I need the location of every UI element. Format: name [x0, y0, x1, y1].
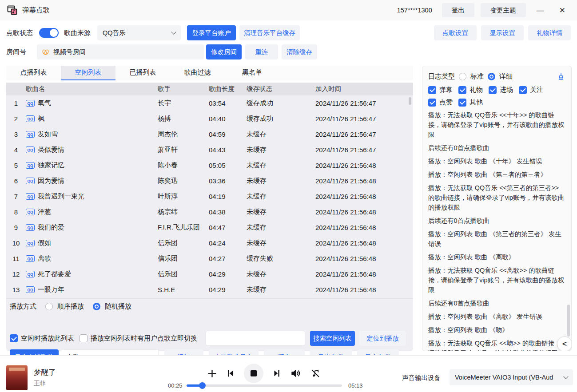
- progress-track[interactable]: [187, 384, 342, 387]
- table-row[interactable]: 11 QQ 离歌 信乐团 04:27 缓存失败 2024/11/26 21:56…: [6, 251, 413, 266]
- filter-checkbox[interactable]: [428, 86, 436, 94]
- tab-空闲列表[interactable]: 空闲列表: [61, 66, 115, 80]
- play-mode-label: 播放方式: [10, 302, 36, 311]
- table-row[interactable]: 6 QQ 因为爱情 陈奕迅 03:36 未缓存 2024/11/26 21:56…: [6, 173, 413, 189]
- modify-room-button[interactable]: 修改房间: [206, 44, 242, 59]
- search-idle-list-button[interactable]: 搜索空闲列表: [310, 331, 355, 346]
- song-length: 04:24: [209, 239, 247, 247]
- toolbar-right-buttons: 点歌设置显示设置礼物详情: [434, 25, 571, 40]
- song-artist: 陈奕迅: [158, 177, 209, 185]
- collapse-log-button[interactable]: <: [557, 337, 572, 351]
- log-scrollbar[interactable]: [567, 305, 570, 337]
- row-index: 2: [6, 115, 26, 123]
- tab-点播列表[interactable]: 点播列表: [6, 66, 61, 80]
- table-row[interactable]: 2 QQ 枫 杨搏 04:40 缓存成功 2024/11/26 21:56:47: [6, 111, 413, 127]
- row-index: 10: [6, 239, 26, 247]
- clear-log-broom-icon[interactable]: [557, 72, 565, 81]
- change-theme-button[interactable]: 变更主题: [481, 3, 526, 17]
- previous-track-icon[interactable]: [226, 368, 235, 378]
- song-status-toggle[interactable]: [39, 28, 59, 38]
- checkbox-play-idle[interactable]: [10, 334, 18, 342]
- close-icon[interactable]: ✕: [555, 6, 570, 15]
- table-scrollbar[interactable]: [409, 97, 411, 105]
- progress-thumb[interactable]: [199, 382, 206, 389]
- radio-sequential[interactable]: [45, 303, 53, 310]
- switch-on-request-label[interactable]: 播放空闲列表时有用户点歌立即切换: [91, 334, 197, 343]
- qq-music-source-icon: QQ: [26, 286, 35, 293]
- song-artist: 信乐团: [158, 254, 209, 263]
- play-idle-label[interactable]: 空闲时播放此列表: [21, 334, 74, 343]
- radio-log-standard[interactable]: [459, 73, 466, 80]
- song-name: 一眼万年: [38, 285, 64, 294]
- filter-checkbox[interactable]: [519, 86, 527, 94]
- checkbox-switch-on-request[interactable]: [80, 334, 88, 342]
- song-length: 03:54: [209, 99, 247, 107]
- room-input[interactable]: 视频号房间: [37, 44, 204, 59]
- filter-checkbox[interactable]: [458, 86, 466, 94]
- filter-弹幕[interactable]: 弹幕: [428, 86, 453, 94]
- table-row[interactable]: 10 QQ 假如 信乐团 04:24 未缓存 2024/11/26 21:56:…: [6, 235, 413, 251]
- tab-已播列表[interactable]: 已播列表: [115, 66, 170, 80]
- table-row[interactable]: 13 QQ 一眼万年 S.H.E 04:29 未缓存 2024/11/26 21…: [6, 282, 413, 297]
- login-platform-button[interactable]: 登录平台账户: [187, 25, 236, 40]
- table-row[interactable]: 5 QQ 独家记忆 陈小春 05:05 未缓存 2024/11/26 21:56…: [6, 158, 413, 173]
- added-time: 2024/11/26 21:56:48: [315, 270, 413, 278]
- table-row[interactable]: 1 QQ 氧气 长宇 03:54 缓存成功 2024/11/26 21:56:4…: [6, 95, 413, 111]
- log-detailed-label[interactable]: 详细: [499, 72, 513, 81]
- tab-歌曲过滤[interactable]: 歌曲过滤: [170, 66, 225, 80]
- clean-platform-cache-button[interactable]: 清理音乐平台缓存: [239, 25, 300, 40]
- log-filters: 弹幕 礼物 进场 关注 点赞 其他: [428, 86, 565, 107]
- filter-checkbox[interactable]: [428, 99, 436, 107]
- filter-点赞[interactable]: 点赞: [428, 98, 453, 107]
- radio-log-detailed[interactable]: [488, 73, 495, 80]
- mode-sequential-label[interactable]: 顺序播放: [57, 302, 84, 311]
- table-row[interactable]: 12 QQ 死了都要爱 信乐团 04:29 未缓存 2024/11/26 21:…: [6, 266, 413, 282]
- add-song-icon[interactable]: [207, 368, 217, 379]
- audio-output-label: 声音输出设备: [402, 374, 441, 382]
- log-standard-label[interactable]: 标准: [470, 72, 484, 81]
- filter-进场[interactable]: 进场: [489, 86, 513, 94]
- row-index: 3: [6, 131, 26, 138]
- song-length: 04:40: [209, 115, 247, 123]
- idle-search-input[interactable]: [206, 331, 305, 346]
- now-playing-artist: 王菲: [34, 380, 46, 388]
- cache-status: 缓存成功: [247, 115, 315, 123]
- table-row[interactable]: 3 QQ 发如雪 周杰伦 04:59 未缓存 2024/11/26 21:56:…: [6, 127, 413, 142]
- table-row[interactable]: 7 QQ 我曾遇到一束光 叶斯淳 04:19 未缓存 2024/11/26 21…: [6, 189, 413, 204]
- next-track-icon[interactable]: [272, 368, 282, 378]
- volume-icon[interactable]: [290, 368, 302, 379]
- filter-礼物[interactable]: 礼物: [458, 86, 483, 94]
- audio-output-select[interactable]: VoiceMeeter VAIO3 Input (VB-Aud: [450, 369, 573, 385]
- logout-button[interactable]: 登出: [442, 3, 474, 17]
- button-显示设置[interactable]: 显示设置: [481, 25, 524, 40]
- tab-黑名单[interactable]: 黑名单: [225, 66, 279, 80]
- filter-关注[interactable]: 关注: [519, 86, 543, 94]
- locate-playing-button[interactable]: 定位到播放: [359, 331, 406, 346]
- button-点歌设置[interactable]: 点歌设置: [434, 25, 477, 40]
- minimize-icon[interactable]: —: [532, 6, 549, 15]
- log-entry: 播放：空闲列表 歌曲 《第三者的第三者》: [428, 170, 565, 179]
- room-label: 房间号: [6, 48, 26, 56]
- table-row[interactable]: 4 QQ 类似爱情 萧亚轩 04:43 未缓存 2024/11/26 21:56…: [6, 142, 413, 158]
- radio-random[interactable]: [93, 303, 100, 310]
- row-index: 7: [6, 193, 26, 200]
- cache-status: 未缓存: [247, 177, 315, 185]
- source-select[interactable]: QQ音乐: [97, 25, 181, 40]
- filter-checkbox[interactable]: [489, 86, 497, 94]
- song-name: 独家记忆: [38, 161, 64, 170]
- stop-icon[interactable]: [244, 364, 263, 383]
- playlist-panel: 点播列表空闲列表已播列表歌曲过滤黑名单 歌曲名 歌手 歌曲长度 缓存状态 加入时…: [6, 66, 413, 351]
- filter-checkbox[interactable]: [458, 99, 466, 107]
- table-row[interactable]: 8 QQ 洋葱 杨宗纬 04:38 未缓存 2024/11/26 21:56:4…: [6, 204, 413, 220]
- reconnect-button[interactable]: 重连: [245, 44, 278, 59]
- lyrics-off-icon[interactable]: [310, 368, 321, 379]
- filter-其他[interactable]: 其他: [458, 98, 483, 107]
- song-artist: 陈小春: [158, 161, 209, 170]
- room-row: 房间号 视频号房间 修改房间 重连 清除缓存: [6, 44, 571, 60]
- table-row[interactable]: 9 QQ 我们的爱 F.I.R.飞儿乐团 04:47 未缓存 2024/11/2…: [6, 220, 413, 235]
- song-artist: 萧亚轩: [158, 146, 209, 154]
- button-礼物详情[interactable]: 礼物详情: [528, 25, 571, 40]
- clear-cache-button[interactable]: 清除缓存: [282, 44, 317, 59]
- song-length: 04:38: [209, 208, 247, 216]
- mode-random-label[interactable]: 随机播放: [105, 302, 131, 311]
